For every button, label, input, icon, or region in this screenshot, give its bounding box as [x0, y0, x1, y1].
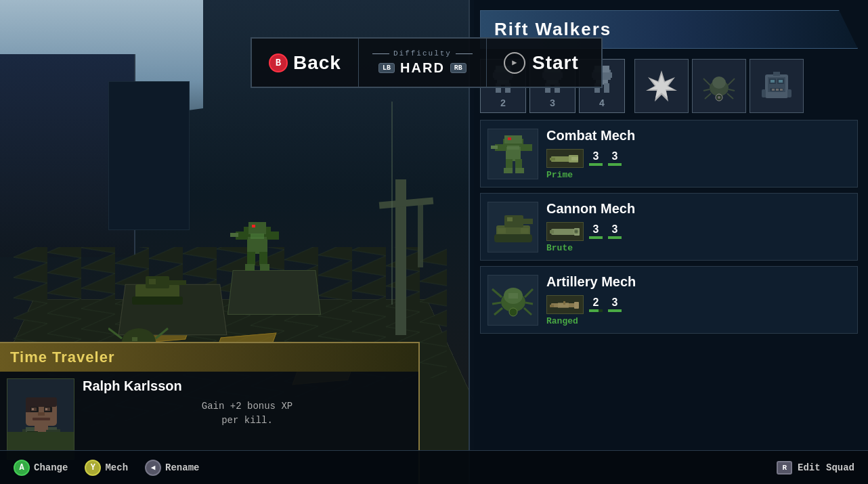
robot-icon [760, 69, 794, 103]
cannon-icon [550, 151, 580, 166]
svg-rect-86 [550, 158, 555, 160]
start-section[interactable]: ▶ Start [487, 39, 596, 87]
dpad-left-button[interactable]: ◀ [145, 460, 161, 476]
rename-control[interactable]: ◀ Rename [145, 460, 199, 476]
artillery-mech-info: Artillery Mech 2 [546, 274, 850, 326]
svg-rect-125 [32, 408, 34, 410]
svg-rect-11 [230, 233, 238, 237]
svg-rect-75 [508, 137, 511, 140]
svg-point-50 [712, 76, 726, 89]
svg-line-56 [727, 93, 733, 99]
combat-stat1: 3 [589, 150, 603, 166]
svg-rect-20 [132, 337, 137, 341]
svg-rect-6 [267, 232, 279, 240]
pipe-icon [550, 224, 580, 239]
rb-button[interactable]: RB [450, 63, 466, 73]
svg-rect-9 [245, 264, 255, 271]
difficulty-value: HARD [400, 60, 445, 76]
svg-rect-7 [247, 252, 255, 265]
cannon-mech-card[interactable]: Cannon Mech 3 [480, 193, 858, 261]
svg-point-99 [575, 230, 578, 233]
artillery-stat2: 3 [608, 296, 622, 312]
svg-rect-74 [504, 135, 522, 144]
a-button[interactable]: A [14, 460, 30, 476]
pilot-header: Time Traveler [0, 343, 418, 372]
artillery-mech-img [487, 275, 538, 326]
svg-rect-3 [248, 222, 266, 234]
artillery-mech-variant: Ranged [546, 316, 850, 326]
y-button[interactable]: Y [85, 460, 101, 476]
difficulty-header: Difficulty [372, 49, 473, 58]
diff-line-left [372, 53, 389, 54]
combat-mech-variant: Prime [546, 170, 850, 180]
change-control[interactable]: A Change [14, 460, 68, 476]
combat-mech-card[interactable]: Combat Mech 3 3 [480, 120, 858, 188]
slot-4-num: 4 [599, 98, 605, 109]
artillery-stat1-bar [589, 309, 603, 312]
slot-2-num: 2 [500, 98, 506, 109]
cannon-stat1: 3 [589, 223, 603, 239]
svg-rect-92 [507, 217, 513, 221]
pilot-details: Ralph Karlsson Gain +2 bonus XPper kill. [83, 378, 412, 460]
svg-point-109 [509, 308, 517, 316]
stat2-bar [608, 163, 622, 166]
svg-line-17 [156, 328, 168, 338]
edit-squad-label: Edit Squad [798, 462, 854, 473]
cannon-mech-weapon-row: 3 3 [546, 222, 850, 241]
slot-3-num: 3 [550, 98, 555, 109]
svg-rect-80 [504, 168, 513, 173]
b-button[interactable]: B [269, 53, 288, 72]
svg-line-55 [729, 89, 735, 91]
svg-rect-68 [780, 89, 783, 91]
svg-rect-127 [38, 412, 45, 416]
artillery-weapon-icon [546, 295, 584, 314]
lb-button[interactable]: LB [378, 63, 395, 73]
cannon-mech-img [487, 202, 538, 252]
svg-rect-4 [252, 225, 255, 227]
svg-rect-77 [521, 144, 532, 151]
svg-point-58 [718, 96, 720, 99]
squad-title-text: Rift Walkers [494, 19, 611, 39]
svg-rect-114 [563, 301, 565, 305]
combat-mech-sprite [491, 132, 535, 176]
svg-rect-8 [259, 252, 267, 265]
ability-slot-robot[interactable] [750, 59, 804, 113]
back-section[interactable]: B Back [252, 39, 359, 87]
ability-slot-spider[interactable] [692, 59, 746, 113]
artillery-mech-name: Artillery Mech [546, 274, 850, 290]
svg-line-53 [705, 93, 711, 99]
difficulty-section: Difficulty LB HARD RB [359, 39, 487, 87]
svg-rect-90 [518, 219, 533, 224]
svg-line-102 [492, 289, 502, 297]
svg-rect-12 [251, 234, 264, 239]
svg-rect-24 [132, 296, 183, 305]
pilot-ability: Gain +2 bonus XPper kill. [83, 399, 412, 428]
ability-slot-explosion[interactable] [634, 59, 689, 113]
main-mech [230, 217, 284, 288]
svg-line-106 [525, 303, 533, 304]
svg-rect-71 [773, 72, 780, 76]
combat-weapon-icon [546, 149, 584, 168]
svg-rect-69 [762, 89, 766, 97]
diff-line-right [456, 53, 473, 54]
cable-1 [391, 102, 393, 305]
r-button[interactable]: R [777, 461, 792, 475]
cannon-mech-name: Cannon Mech [546, 201, 850, 217]
svg-rect-25 [149, 279, 156, 284]
combat-mech-weapon-row: 3 3 [546, 149, 850, 168]
start-label: Start [532, 52, 579, 74]
svg-line-14 [108, 328, 122, 338]
svg-rect-91 [494, 234, 532, 242]
mech-control[interactable]: Y Mech [85, 460, 128, 476]
crane-arm [379, 198, 434, 209]
bottom-controls-right[interactable]: R Edit Squad [777, 461, 854, 475]
spider-icon [702, 69, 736, 103]
svg-rect-70 [787, 89, 791, 97]
slot-divider [628, 59, 631, 113]
svg-rect-66 [772, 89, 775, 91]
artillery-mech-card[interactable]: Artillery Mech 2 [480, 266, 858, 334]
svg-rect-81 [515, 168, 524, 173]
svg-rect-126 [45, 408, 47, 410]
svg-rect-87 [571, 157, 578, 160]
cannon-stat2-bar [608, 236, 622, 239]
